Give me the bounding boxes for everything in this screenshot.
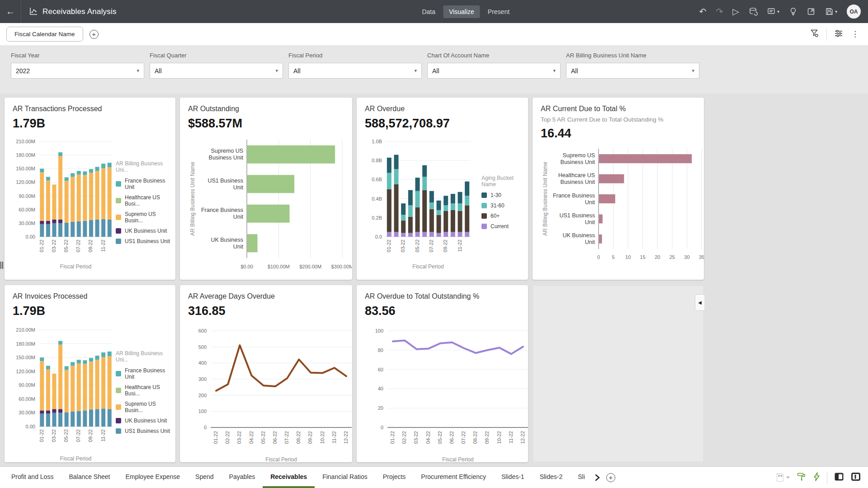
tab-data[interactable]: Data (416, 5, 441, 18)
svg-text:Fiscal Period: Fiscal Period (412, 263, 443, 270)
canvas-tab-payables[interactable]: Payables (222, 467, 263, 488)
canvas-tab-profit-and-loss[interactable]: Profit and Loss (4, 467, 61, 488)
canvas-tab-sli[interactable]: Sli (570, 467, 593, 488)
canvas-tab-employee-expense[interactable]: Employee Expense (118, 467, 188, 488)
tab-present[interactable]: Present (482, 5, 515, 18)
grid-layout-button[interactable] (776, 473, 790, 482)
add-filter-button[interactable]: + (90, 30, 99, 39)
refresh-data-button[interactable] (749, 7, 758, 16)
legend-swatch (116, 215, 121, 220)
panel-left-toggle[interactable] (834, 472, 844, 483)
legend-item[interactable]: UK Business Unit (116, 228, 171, 234)
legend-item[interactable]: France Business Unit (116, 178, 171, 190)
legend-item[interactable]: Supremo US Busin... (116, 401, 171, 413)
legend-item[interactable]: Current (481, 223, 524, 230)
canvas-tab-projects[interactable]: Projects (375, 467, 414, 488)
legend-item[interactable]: Healthcare US Busi... (116, 194, 171, 207)
lightning-icon (813, 472, 820, 481)
legend-item[interactable]: US1 Business Unit (116, 238, 171, 244)
insights-button[interactable] (789, 7, 797, 16)
resize-handle[interactable] (0, 262, 4, 269)
canvas-tab-procurement-efficiency[interactable]: Procurement Efficiency (413, 467, 494, 488)
tab-visualize[interactable]: Visualize (443, 5, 480, 18)
more-options-button[interactable]: ⋮ (850, 29, 860, 39)
scroll-tabs-button[interactable] (594, 474, 601, 482)
filter-dropdown[interactable]: All▾ (566, 63, 699, 79)
chart-ar-transactions-processed[interactable]: 210.00M180.00M150.00M120.00M90.00M60.00M… (13, 135, 116, 273)
chart-ar-invoices-processed[interactable]: 210.00M180.00M150.00M120.00M90.00M60.00M… (13, 323, 116, 462)
legend-swatch (116, 239, 121, 244)
canvas-tab-slides-2[interactable]: Slides-2 (532, 467, 571, 488)
canvas-tab-balance-sheet[interactable]: Balance Sheet (61, 467, 118, 488)
legend-item[interactable]: Supremo US Busin... (116, 211, 171, 224)
chevron-down-icon: ▾ (275, 68, 278, 74)
svg-text:200: 200 (198, 393, 207, 398)
save-button[interactable]: ▾ (825, 7, 837, 16)
chart-ar-overdue-to-total-outstanding[interactable]: 10080604020001-2202-2203-2204-2205-2206-… (365, 323, 528, 462)
panel-left-icon (834, 472, 844, 482)
filter-dropdown[interactable]: All▾ (427, 63, 561, 79)
svg-text:Unit: Unit (233, 214, 244, 220)
card-ar-transactions-processed: AR Transactions Processed1.79B210.00M180… (5, 98, 175, 280)
filter-dropdown[interactable]: All▾ (288, 63, 422, 79)
collapse-panel-button[interactable]: ◀ (695, 294, 704, 311)
svg-text:08-22: 08-22 (472, 431, 478, 444)
canvas-settings-button[interactable] (834, 29, 843, 40)
filter-dropdown[interactable]: 2022▾ (11, 63, 144, 79)
filter-value: All (571, 67, 692, 75)
svg-text:01-22: 01-22 (213, 431, 218, 444)
canvas-tab-spend[interactable]: Spend (188, 467, 221, 488)
legend-item[interactable]: 31-60 (481, 202, 524, 209)
svg-text:07-22: 07-22 (75, 429, 81, 442)
panel-right-toggle[interactable] (851, 472, 861, 483)
legend-label: 60+ (491, 213, 500, 219)
legend-item[interactable]: UK Business Unit (116, 418, 171, 424)
canvas-tab-receivables[interactable]: Receivables (263, 467, 315, 488)
svg-text:10-22: 10-22 (496, 431, 502, 444)
legend-item[interactable]: US1 Business Unit (116, 428, 171, 434)
canvas-tab-slides-1[interactable]: Slides-1 (494, 467, 532, 488)
legend: AR Billing Business Uni...France Busines… (116, 160, 171, 249)
sliders-icon (834, 29, 843, 38)
chart-ar-outstanding[interactable]: $0.00$100.00M$200.00M$300.00MSupremo USB… (188, 135, 352, 278)
filter-dropdown[interactable]: All▾ (150, 63, 283, 79)
svg-text:60.00M: 60.00M (19, 207, 35, 212)
back-button[interactable]: ← (0, 0, 21, 23)
user-avatar[interactable]: OA (847, 5, 861, 19)
redo-button[interactable]: ↷ (716, 7, 723, 16)
add-canvas-button[interactable]: + (606, 473, 615, 482)
save-icon (825, 7, 834, 16)
svg-text:210.00M: 210.00M (16, 139, 35, 144)
chevron-right-icon (594, 474, 601, 482)
legend-label: Supremo US Busin... (125, 401, 171, 413)
svg-text:US1 Business: US1 Business (559, 212, 595, 219)
auto-insights-button[interactable] (813, 472, 820, 483)
comments-button[interactable]: ▾ (767, 7, 779, 16)
chart-ar-average-days-overdue[interactable]: 600500400300200100001-2202-2203-2204-220… (188, 323, 352, 462)
legend-item[interactable]: France Business Unit (116, 367, 171, 380)
card-title: AR Overdue (365, 105, 524, 113)
chart-ar-overdue[interactable]: 1.0B0.8B0.6B0.4B0.2B0.001-2203-2205-2207… (365, 135, 481, 273)
card-title: AR Average Days Overdue (188, 292, 348, 300)
card-ar-outstanding: AR Outstanding$588.57M$0.00$100.00M$200.… (180, 98, 352, 280)
chart-ar-current-due-to-total[interactable]: 05101520253035Supremo USBusiness UnitHea… (541, 145, 704, 266)
card-subtitle: Top 5 AR Current Due to Total Outstandin… (541, 116, 699, 123)
run-button[interactable]: ▷ (732, 7, 739, 16)
legend-swatch (116, 428, 121, 434)
legend-item[interactable]: 60+ (481, 213, 524, 219)
undo-button[interactable]: ↶ (699, 7, 706, 16)
card-title: AR Overdue to Total Outstanding % (365, 292, 524, 300)
filter-bar-button[interactable] (810, 29, 819, 40)
format-painter-button[interactable] (797, 472, 806, 483)
canvas-tab-financial-ratios[interactable]: Financial Ratios (315, 467, 375, 488)
divider (21, 0, 21, 23)
panel-bordered-icon (851, 472, 861, 482)
legend-item[interactable]: 1-30 (481, 192, 524, 198)
svg-text:100: 100 (375, 328, 383, 333)
present-window-button[interactable] (807, 7, 816, 16)
svg-text:Fiscal Period: Fiscal Period (265, 456, 297, 462)
svg-text:120.00M: 120.00M (16, 179, 35, 185)
legend-item[interactable]: Healthcare US Busi... (116, 384, 171, 397)
refresh-data-icon (749, 7, 758, 16)
fiscal-calendar-chip[interactable]: Fiscal Calendar Name (6, 27, 83, 42)
